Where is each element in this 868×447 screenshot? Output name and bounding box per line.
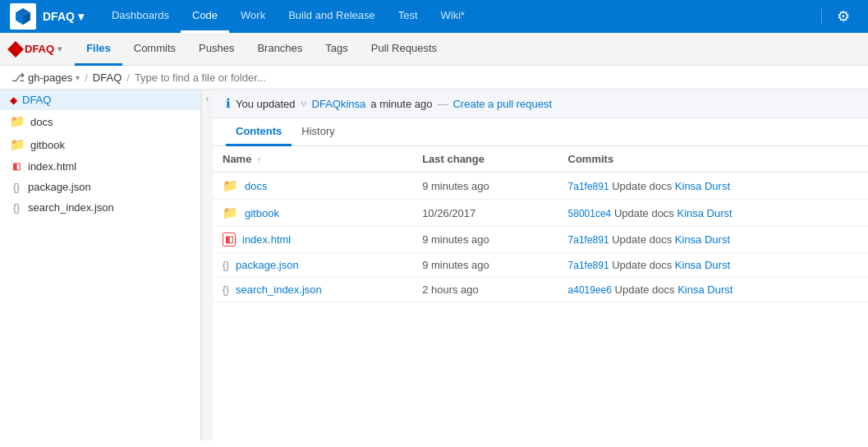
sidebar-item-package-json[interactable]: {} package.json (0, 177, 200, 197)
commit-cell: 7a1fe891 Update docs Kinsa Durst (558, 173, 868, 200)
sidebar-item-gitbook[interactable]: 📁 gitbook (0, 133, 200, 156)
file-name-link[interactable]: search_index.json (236, 283, 322, 296)
info-icon: ℹ (226, 96, 231, 111)
path-separator-1: / (85, 71, 88, 84)
path-project: DFAQ (93, 71, 122, 84)
nav-item-work[interactable]: Work (229, 0, 277, 33)
sub-nav-files[interactable]: Files (75, 33, 122, 66)
folder-icon: 📁 (223, 205, 238, 220)
nav-item-wiki[interactable]: Wiki* (429, 0, 477, 33)
table-row: {} package.json 9 minutes ago 7a1fe891 U… (213, 253, 868, 278)
sidebar-item-search-index[interactable]: {} search_index.json (0, 197, 200, 218)
create-pull-request-link[interactable]: Create a pull request (452, 98, 552, 110)
file-search-input[interactable] (135, 71, 299, 84)
sub-nav-project: DFAQ (25, 43, 54, 55)
json-file-icon: {} (223, 284, 229, 296)
file-table: Name ↑ Last change Commits 📁 docs 9 minu… (213, 146, 868, 302)
file-name-link[interactable]: docs (245, 180, 267, 192)
nav-item-dashboards[interactable]: Dashboards (100, 0, 181, 33)
path-separator-2: / (126, 71, 130, 84)
diamond-icon (7, 41, 24, 58)
commit-author[interactable]: Kinsa Durst (675, 180, 730, 192)
sub-nav-chevron: ▾ (57, 44, 62, 53)
commit-author[interactable]: Kinsa Durst (677, 207, 732, 219)
last-change-cell: 9 minutes ago (412, 227, 558, 253)
app-logo[interactable] (10, 3, 36, 30)
file-name-link[interactable]: gitbook (245, 207, 279, 219)
file-name-link[interactable]: package.json (236, 259, 299, 271)
sidebar-item-label-index: index.html (28, 160, 191, 173)
sidebar-root-label: DFAQ (22, 94, 191, 106)
last-change-cell: 9 minutes ago (412, 253, 558, 278)
branch-icon: ⎇ (11, 71, 25, 84)
sub-nav-tags[interactable]: Tags (314, 33, 359, 66)
project-chevron: ▾ (78, 10, 84, 23)
nav-item-build[interactable]: Build and Release (277, 0, 387, 33)
sub-nav-commits[interactable]: Commits (122, 33, 187, 66)
sidebar-collapse-button[interactable]: ‹ (201, 90, 213, 440)
sort-icon: ↑ (257, 155, 261, 164)
sub-nav-pull-requests[interactable]: Pull Requests (360, 33, 448, 66)
table-row: 📁 gitbook 10/26/2017 58001ce4 Update doc… (213, 200, 868, 227)
commit-hash[interactable]: 7a1fe891 (568, 234, 609, 246)
table-row: {} search_index.json 2 hours ago a4019ee… (213, 278, 868, 302)
info-time: a minute ago (370, 98, 432, 110)
commit-author[interactable]: Kinsa Durst (675, 259, 730, 271)
user-branch-icon: ⑂ (301, 98, 307, 110)
json-icon-search: {} (10, 202, 23, 214)
commit-author[interactable]: Kinsa Durst (677, 283, 733, 296)
file-name-cell: 📁 docs (223, 178, 402, 193)
sidebar-item-index-html[interactable]: ◧ index.html (0, 156, 200, 177)
content-area: ℹ You updated ⑂ DFAQkinsa a minute ago —… (213, 90, 868, 440)
file-name-cell: {} search_index.json (223, 283, 402, 296)
folder-icon-docs: 📁 (10, 114, 25, 129)
commit-hash[interactable]: a4019ee6 (568, 284, 612, 296)
sub-nav-branches[interactable]: Branches (246, 33, 314, 66)
project-logo[interactable]: DFAQ ▾ (10, 43, 62, 55)
file-name-cell: ◧ index.html (223, 233, 402, 247)
file-table-wrapper: Name ↑ Last change Commits 📁 docs 9 minu… (213, 146, 868, 440)
last-change-cell: 9 minutes ago (412, 173, 558, 200)
sidebar-item-docs[interactable]: 📁 docs (0, 110, 200, 133)
tab-history[interactable]: History (292, 118, 344, 146)
commit-cell: 7a1fe891 Update docs Kinsa Durst (558, 227, 868, 253)
file-name-link[interactable]: index.html (242, 233, 291, 246)
project-name: DFAQ (43, 10, 75, 23)
file-name-cell: {} package.json (223, 259, 402, 271)
file-name-cell: 📁 gitbook (223, 205, 402, 220)
commit-message: Update docs (614, 207, 677, 219)
sidebar-root-item[interactable]: ◆ DFAQ ··· (0, 90, 200, 110)
table-row: ◧ index.html 9 minutes ago 7a1fe891 Upda… (213, 227, 868, 253)
sidebar-item-label-search: search_index.json (28, 201, 191, 214)
col-last-change: Last change (412, 146, 558, 173)
branch-chevron-icon: ▾ (76, 73, 80, 82)
commit-hash[interactable]: 58001ce4 (568, 208, 612, 219)
last-change-cell: 10/26/2017 (412, 200, 558, 227)
info-user-link[interactable]: DFAQkinsa (312, 98, 366, 110)
folder-icon-gitbook: 📁 (10, 137, 25, 152)
branch-selector[interactable]: ⎇ gh-pages ▾ (11, 71, 80, 84)
json-icon-package: {} (10, 182, 23, 193)
branch-bar: ⎇ gh-pages ▾ / DFAQ / (0, 66, 868, 90)
commit-hash[interactable]: 7a1fe891 (568, 260, 609, 271)
project-selector[interactable]: DFAQ ▾ (43, 10, 84, 23)
info-updated-text: You updated (236, 98, 296, 110)
nav-item-code[interactable]: Code (181, 0, 229, 33)
html-file-icon: ◧ (223, 233, 236, 247)
nav-item-test[interactable]: Test (387, 0, 429, 33)
info-dash: — (437, 98, 448, 110)
commit-hash[interactable]: 7a1fe891 (568, 181, 609, 192)
commit-message: Update docs (612, 233, 675, 246)
settings-icon[interactable]: ⚙ (829, 2, 858, 31)
commit-author[interactable]: Kinsa Durst (675, 233, 730, 246)
last-change-cell: 2 hours ago (412, 278, 558, 302)
main-layout: ◆ DFAQ ··· 📁 docs 📁 gitbook ◧ index.html… (0, 90, 868, 440)
sidebar-item-label-docs: docs (30, 116, 191, 128)
sub-nav-pushes[interactable]: Pushes (187, 33, 246, 66)
commit-message: Update docs (612, 259, 675, 271)
tab-contents[interactable]: Contents (226, 118, 292, 146)
sidebar-item-label-gitbook: gitbook (30, 139, 191, 151)
sidebar: ◆ DFAQ ··· 📁 docs 📁 gitbook ◧ index.html… (0, 90, 201, 440)
branch-name: gh-pages (28, 71, 72, 84)
col-name[interactable]: Name ↑ (213, 146, 412, 173)
